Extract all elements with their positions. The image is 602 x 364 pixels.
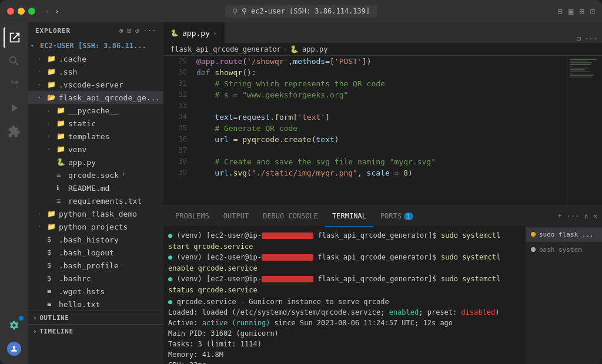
folder-open-icon-flask: 📂 [47,93,56,102]
tree-label-static: static [68,119,96,128]
tree-item-bash-logout[interactable]: $ .bash_logout [28,246,163,259]
tree-item-flask-demo[interactable]: › 📁 python_flask_demo [28,207,163,220]
code-content[interactable]: @app.route('/showqr',methods=['POST']) d… [192,56,567,205]
breadcrumb-py-icon: 🐍 [290,45,299,53]
tree-item-apppy[interactable]: 🐍 app.py [28,156,163,168]
close-button[interactable] [7,8,14,15]
tree-arrow-vscode: › [38,82,47,87]
folder-icon-venv: 📁 [56,145,66,153]
layout-icon-2[interactable]: ▣ [568,6,573,16]
activity-item-account[interactable] [4,338,25,359]
panel-close-icon[interactable]: ✕ [593,212,597,220]
tree-item-bash-profile[interactable]: $ .bash_profile [28,259,163,272]
split-editor-icon[interactable]: ⊟ [577,35,581,43]
tree-item-venv[interactable]: › 📁 venv [28,143,163,156]
panel-tab-debug[interactable]: DEBUG CONSOLE [256,206,325,227]
sidebar-header-icons: ⊕ ⊞ ↺ ··· [119,27,156,35]
layout-icon-3[interactable]: ⊞ [579,6,584,16]
tree-item-wget[interactable]: ≡ .wget-hsts [28,285,163,298]
term-line-5: Loaded: loaded (/etc/systemd/system/qrco… [168,307,521,318]
new-folder-icon[interactable]: ⊞ [127,27,132,35]
tab-close-apppy[interactable]: ✕ [213,30,217,36]
tree-item-readme[interactable]: ℹ README.md [28,181,163,194]
tree-item-hello[interactable]: ≡ hello.txt [28,298,163,311]
tree-item-python-projects[interactable]: › 📁 python_projects [28,220,163,233]
file-icon-bp: $ [47,261,56,269]
folder-icon-vscode: 📁 [47,80,56,89]
title-center[interactable]: ⚲ ⚲ ec2-user [SSH: 3.86.114.139] [225,5,377,18]
term-line-8: Tasks: 3 (limit: 1114) [168,339,521,349]
tree-root[interactable]: ▾ EC2-USER [SSH: 3.86.11... [28,39,163,52]
activity-item-source-control[interactable] [4,74,25,95]
activity-item-search[interactable] [4,50,25,72]
fullscreen-button[interactable] [28,8,35,15]
activity-item-run[interactable] [4,97,25,119]
panel-tabs: PROBLEMS OUTPUT DEBUG CONSOLE TERMINAL P… [163,206,602,227]
tree-arrow-flask: ▾ [38,95,47,100]
term-line-6: Active: active (running) since Sun 2023-… [168,318,521,328]
layout-icon-1[interactable]: ⊟ [557,6,562,16]
user-avatar [7,342,21,356]
tree-label-ssh: .ssh [59,68,77,76]
panel-tab-terminal[interactable]: TERMINAL [325,206,373,227]
tree-label-hello: hello.txt [59,300,100,309]
activity-item-extensions[interactable] [4,121,25,142]
tree-item-pycache[interactable]: › 📁 __pycache__ [28,104,163,117]
tab-apppy[interactable]: 🐍 app.py ✕ [163,22,225,43]
outline-header[interactable]: › OUTLINE [28,311,163,324]
refresh-icon[interactable]: ↺ [135,27,140,35]
tree-item-cache[interactable]: › 📁 .cache [28,52,163,65]
panel-more-icon[interactable]: ··· [567,212,580,220]
panel-collapse-icon[interactable]: ∧ [584,212,588,220]
tab-py-icon: 🐍 [170,29,179,37]
sidebar: EXPLORER ⊕ ⊞ ↺ ··· ▾ EC2-USER [SSH: 3.86… [28,22,163,364]
folder-icon-pycache: 📁 [56,106,66,114]
panel-tab-ports[interactable]: PORTS 1 [373,206,420,227]
tree-label-vscode: .vscode-server [59,80,123,89]
activity-item-explorer[interactable] [4,27,25,48]
folder-icon-ssh: 📁 [47,68,56,76]
tree-item-flask[interactable]: ▾ 📂 flask_api_qrcode_ge... [28,91,163,104]
breadcrumb-sep1: › [283,45,287,53]
term-line-4: ● qrcode.service - Gunicorn instance to … [168,296,521,307]
activity-bar [0,22,28,364]
tree-item-requirements[interactable]: ≡ requirements.txt [28,194,163,207]
breadcrumb-flask[interactable]: flask_api_qrcode_generator [170,45,281,53]
tab-apppy-label: app.py [182,29,210,38]
back-arrow[interactable]: ‹ [45,6,49,16]
tree-item-bashrc[interactable]: $ .bashrc [28,272,163,285]
terminal-main[interactable]: ● (venv) [ec2-user@ip-██████████████ fla… [163,227,526,364]
tree-arrow-templates: › [47,133,56,139]
timeline-header[interactable]: › TIMELINE [28,325,163,338]
term-line-3: ● (venv) [ec2-user@ip-██████████████ fla… [168,274,521,295]
tree-arrow-root: ▾ [31,43,40,49]
layout-icon-4[interactable]: ⊡ [590,6,595,16]
tree-item-ssh[interactable]: › 📁 .ssh [28,65,163,78]
panel-add-icon[interactable]: + [558,212,562,220]
panel-tab-output[interactable]: OUTPUT [216,206,256,227]
session-label-sudo: sudo flask_... [539,231,594,238]
panel-tab-problems[interactable]: PROBLEMS [168,206,216,227]
activity-item-settings[interactable] [4,315,25,336]
terminal-session-sudo[interactable]: sudo flask_... [526,227,602,242]
tree-item-templates[interactable]: › 📁 templates [28,130,163,143]
session-label-bash: bash system [539,246,582,254]
more-options-icon[interactable]: ··· [143,27,156,35]
breadcrumb-file[interactable]: app.py [302,45,327,53]
minimize-button[interactable] [18,8,25,15]
panel-controls: + ··· ∧ ✕ [558,212,597,220]
tree-item-vscode-server[interactable]: › 📁 .vscode-server [28,78,163,91]
ports-badge: 1 [404,213,413,220]
tree-label-demo: python_flask_demo [59,210,137,218]
tree-item-sock[interactable]: ≡ qrcode.sock ? [28,168,163,181]
outline-arrow: › [33,314,37,322]
tree-item-bash-history[interactable]: $ .bash_history [28,233,163,246]
tree-label-sock: qrcode.sock [68,171,119,180]
tree-label-templates: templates [68,132,109,141]
more-actions-icon[interactable]: ··· [584,35,597,43]
new-file-icon[interactable]: ⊕ [119,27,124,35]
tree-item-static[interactable]: › 📁 static [28,117,163,130]
terminal-session-bash[interactable]: bash system [526,242,602,257]
line-numbers: 29 30 31 32 33 34 35 36 37 38 39 [163,56,192,205]
forward-arrow[interactable]: › [54,6,59,16]
